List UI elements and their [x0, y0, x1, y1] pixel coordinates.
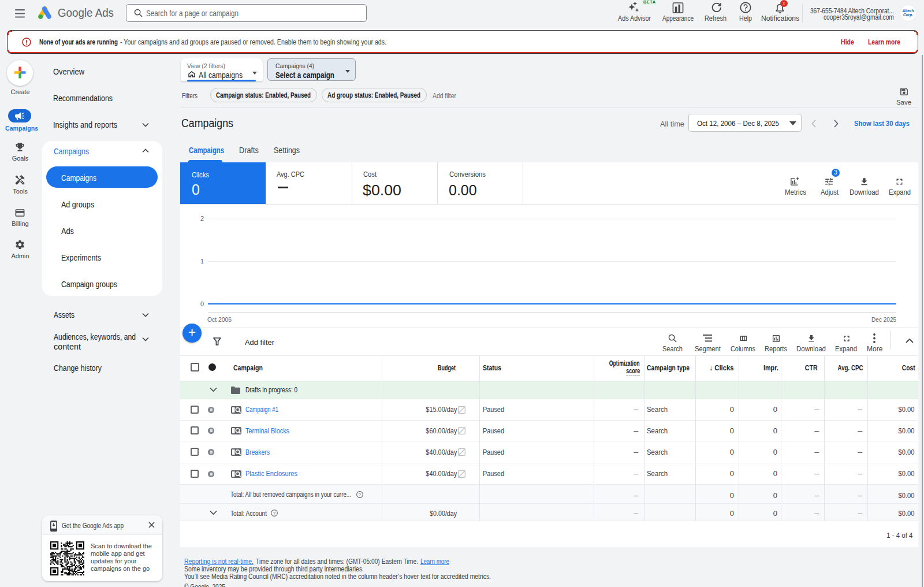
svg-text:?: ? — [273, 510, 276, 515]
svg-text:?: ? — [359, 492, 362, 497]
